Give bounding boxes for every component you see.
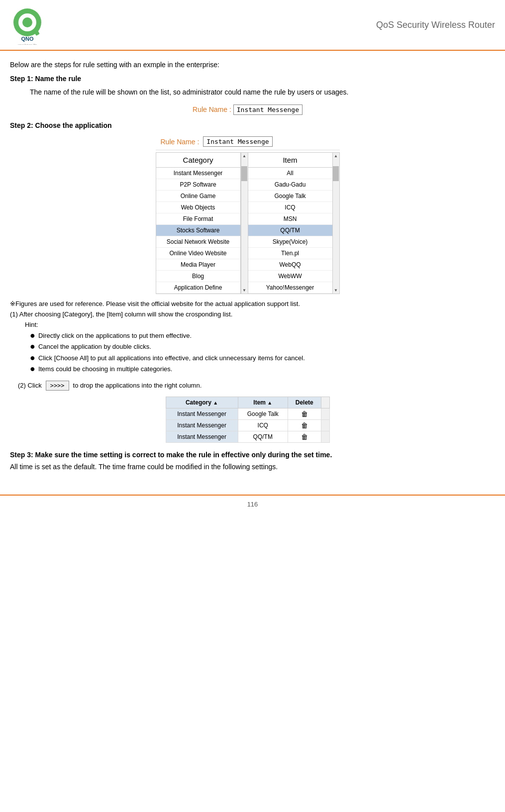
cat-scrollbar-thumb[interactable] bbox=[241, 166, 247, 181]
row2-category: Instant Messenger bbox=[166, 419, 238, 431]
instruction1: (1) After choosing [Category], the [Item… bbox=[10, 310, 485, 318]
result-table-body: Instant Messenger Google Talk 🗑 Instant … bbox=[166, 408, 329, 442]
item-webww[interactable]: WebWW bbox=[248, 271, 332, 282]
app-rule-input[interactable]: Instant Messenge bbox=[203, 136, 272, 147]
item-gadu-gadu[interactable]: Gadu-Gadu bbox=[248, 179, 332, 191]
note-text: ※Figures are used for reference. Please … bbox=[10, 300, 485, 307]
row1-scroll bbox=[321, 408, 329, 419]
cat-online-game[interactable]: Online Game bbox=[156, 191, 240, 202]
instruction2-row: (2) Click >>>> to drop the applications … bbox=[18, 381, 485, 391]
category-list: Instant Messenger P2P Software Online Ga… bbox=[156, 168, 240, 294]
hint-item-3: ● Click [Choose All] to put all applicat… bbox=[30, 353, 485, 364]
instruction2-prefix: (2) Click bbox=[18, 382, 42, 389]
cat-scroll-up[interactable]: ▲ bbox=[241, 153, 247, 159]
cat-file-format[interactable]: File Format bbox=[156, 213, 240, 225]
item-webqq[interactable]: WebQQ bbox=[248, 259, 332, 271]
category-sort-icon[interactable]: ▲ bbox=[213, 400, 218, 406]
cat-online-video[interactable]: Online Video Website bbox=[156, 248, 240, 259]
category-scrollbar[interactable]: ▲ ▼ bbox=[241, 153, 248, 294]
item-skype[interactable]: Skype(Voice) bbox=[248, 236, 332, 248]
cat-scroll-down[interactable]: ▼ bbox=[241, 287, 247, 294]
trash-icon-1[interactable]: 🗑 bbox=[301, 410, 308, 418]
page-header: QNO your future life QoS Security Wirele… bbox=[0, 0, 505, 51]
main-content: Below are the steps for rule setting wit… bbox=[0, 51, 505, 485]
intro-text: Below are the steps for rule setting wit… bbox=[10, 61, 485, 69]
item-scrollbar[interactable]: ▲ ▼ bbox=[332, 153, 339, 294]
cat-stocks-software[interactable]: Stocks Software bbox=[156, 225, 240, 236]
item-sort-icon[interactable]: ▲ bbox=[267, 400, 272, 406]
table-row: Instant Messenger Google Talk 🗑 bbox=[166, 408, 329, 419]
hint-label: Hint: bbox=[25, 321, 485, 328]
item-tlen[interactable]: Tlen.pl bbox=[248, 248, 332, 259]
row1-category: Instant Messenger bbox=[166, 408, 238, 419]
trash-icon-3[interactable]: 🗑 bbox=[301, 433, 308, 441]
rule-name-small: Rule Name : Instant Messenge bbox=[10, 105, 485, 113]
item-scrollbar-thumb[interactable] bbox=[333, 166, 339, 181]
item-scroll-up[interactable]: ▲ bbox=[333, 153, 339, 159]
item-msn[interactable]: MSN bbox=[248, 213, 332, 225]
row3-delete[interactable]: 🗑 bbox=[288, 431, 321, 442]
category-col: Category Instant Messenger P2P Software … bbox=[156, 153, 241, 294]
page-footer: 116 bbox=[0, 495, 505, 513]
bullet-3: ● bbox=[30, 353, 35, 364]
item-yahoo[interactable]: Yahoo!Messenger bbox=[248, 282, 332, 294]
item-col: Item All Gadu-Gadu Google Talk ICQ MSN Q… bbox=[248, 153, 332, 294]
header-title: QoS Security Wireless Router bbox=[376, 20, 495, 30]
row3-category: Instant Messenger bbox=[166, 431, 238, 442]
cat-social-network[interactable]: Social Network Website bbox=[156, 236, 240, 248]
hint-section: Hint: ● Directly click on the applicatio… bbox=[25, 321, 485, 374]
item-all[interactable]: All bbox=[248, 168, 332, 179]
item-scroll-down[interactable]: ▼ bbox=[333, 287, 339, 294]
trash-icon-2[interactable]: 🗑 bbox=[301, 421, 308, 429]
bullet-2: ● bbox=[30, 341, 35, 352]
item-header: Item bbox=[248, 153, 332, 168]
result-table: Category ▲ Item ▲ Delete Instant Messeng bbox=[166, 397, 330, 443]
bottom-table-container: Category ▲ Item ▲ Delete Instant Messeng bbox=[10, 397, 485, 443]
row3-scroll bbox=[321, 431, 329, 442]
cat-p2p-software[interactable]: P2P Software bbox=[156, 179, 240, 191]
cat-app-define[interactable]: Application Define bbox=[156, 282, 240, 294]
page-number: 116 bbox=[247, 501, 258, 508]
arrow-button[interactable]: >>>> bbox=[46, 381, 69, 391]
item-google-talk[interactable]: Google Talk bbox=[248, 191, 332, 202]
step1-title: Step 1: Name the rule bbox=[10, 75, 485, 83]
row3-item: QQ/TM bbox=[238, 431, 288, 442]
bullet-1: ● bbox=[30, 330, 35, 341]
item-qq-tm[interactable]: QQ/TM bbox=[248, 225, 332, 236]
row1-delete[interactable]: 🗑 bbox=[288, 408, 321, 419]
bottom-table-wrapper: Category ▲ Item ▲ Delete Instant Messeng bbox=[166, 397, 330, 443]
qno-logo: QNO your future life bbox=[5, 5, 50, 45]
step1-desc: The name of the rule will be shown on th… bbox=[30, 87, 485, 98]
all-time-text: All time is set as the default. The time… bbox=[10, 463, 485, 471]
step3-title: Step 3: Make sure the time setting is co… bbox=[10, 451, 485, 459]
logo-area: QNO your future life bbox=[5, 5, 50, 45]
svg-text:QNO: QNO bbox=[21, 36, 34, 42]
hint-item-2: ● Cancel the application by double click… bbox=[30, 341, 485, 352]
table-row: Instant Messenger QQ/TM 🗑 bbox=[166, 431, 329, 442]
table-header-row: Category ▲ Item ▲ Delete bbox=[166, 397, 329, 408]
row2-delete[interactable]: 🗑 bbox=[288, 419, 321, 431]
table-row: Instant Messenger ICQ 🗑 bbox=[166, 419, 329, 431]
table-scroll-col bbox=[321, 397, 329, 408]
app-rule-name-row: Rule Name : Instant Messenge bbox=[156, 133, 340, 150]
item-icq[interactable]: ICQ bbox=[248, 202, 332, 213]
svg-text:your future life: your future life bbox=[18, 43, 37, 45]
cat-web-objects[interactable]: Web Objects bbox=[156, 202, 240, 213]
app-rule-label: Rule Name : bbox=[161, 138, 200, 146]
hint-item-1: ● Directly click on the applications to … bbox=[30, 330, 485, 341]
row2-item: ICQ bbox=[238, 419, 288, 431]
cat-instant-messenger[interactable]: Instant Messenger bbox=[156, 168, 240, 179]
table-delete-header: Delete bbox=[288, 397, 321, 408]
hint-item-4: ● Items could be choosing in multiple ca… bbox=[30, 364, 485, 375]
table-category-header: Category ▲ bbox=[166, 397, 238, 408]
row1-item: Google Talk bbox=[238, 408, 288, 419]
table-item-header: Item ▲ bbox=[238, 397, 288, 408]
category-header: Category bbox=[156, 153, 240, 168]
item-list: All Gadu-Gadu Google Talk ICQ MSN QQ/TM … bbox=[248, 168, 332, 294]
row2-scroll bbox=[321, 419, 329, 431]
step3-title-text: Step 3: Make sure the time setting is co… bbox=[10, 451, 332, 459]
cat-blog[interactable]: Blog bbox=[156, 271, 240, 282]
app-selector-container: Rule Name : Instant Messenge Category In… bbox=[10, 133, 485, 294]
cat-media-player[interactable]: Media Player bbox=[156, 259, 240, 271]
rule-name-input-small[interactable]: Instant Messenge bbox=[233, 104, 303, 115]
